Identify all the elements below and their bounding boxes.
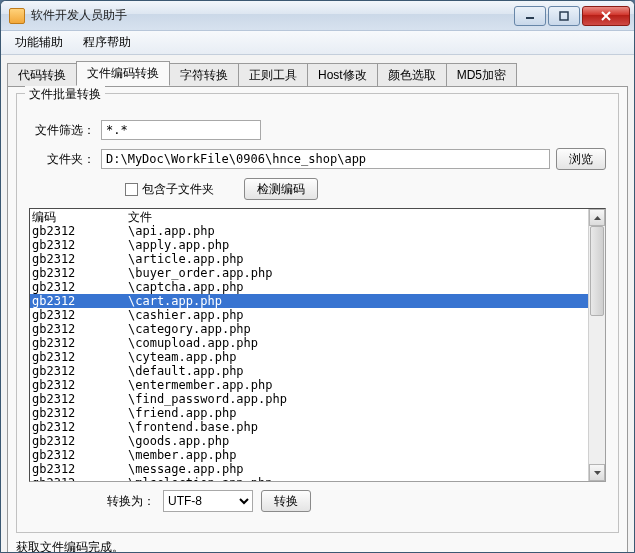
list-row[interactable]: gb2312\frontend.base.php bbox=[30, 420, 605, 434]
cell-file: \comupload.app.php bbox=[128, 336, 603, 350]
scroll-track[interactable] bbox=[589, 316, 605, 464]
tab-md5-encrypt[interactable]: MD5加密 bbox=[446, 63, 517, 87]
list-row[interactable]: gb2312\default.app.php bbox=[30, 364, 605, 378]
list-row[interactable]: gb2312\goods.app.php bbox=[30, 434, 605, 448]
cell-file: \goods.app.php bbox=[128, 434, 603, 448]
list-row[interactable]: gb2312\find_password.app.php bbox=[30, 392, 605, 406]
folder-label: 文件夹： bbox=[29, 151, 101, 168]
list-row[interactable]: gb2312\cyteam.app.php bbox=[30, 350, 605, 364]
cell-encoding: gb2312 bbox=[32, 266, 128, 280]
cell-file: \article.app.php bbox=[128, 252, 603, 266]
tab-regex-tool[interactable]: 正则工具 bbox=[238, 63, 308, 87]
tab-color-picker[interactable]: 颜色选取 bbox=[377, 63, 447, 87]
options-row: 包含子文件夹 检测编码 bbox=[125, 178, 606, 200]
cell-encoding: gb2312 bbox=[32, 280, 128, 294]
cell-encoding: gb2312 bbox=[32, 406, 128, 420]
cell-file: \entermember.app.php bbox=[128, 378, 603, 392]
convert-to-label: 转换为： bbox=[107, 493, 155, 510]
tab-char-convert[interactable]: 字符转换 bbox=[169, 63, 239, 87]
cell-file: \message.app.php bbox=[128, 462, 603, 476]
menu-function-assist[interactable]: 功能辅助 bbox=[5, 32, 73, 53]
menubar: 功能辅助 程序帮助 bbox=[1, 31, 634, 55]
cell-file: \captcha.app.php bbox=[128, 280, 603, 294]
minimize-icon bbox=[525, 11, 535, 21]
minimize-button[interactable] bbox=[514, 6, 546, 26]
cell-file: \friend.app.php bbox=[128, 406, 603, 420]
cell-encoding: gb2312 bbox=[32, 238, 128, 252]
cell-file: \buyer_order.app.php bbox=[128, 266, 603, 280]
cell-file: \find_password.app.php bbox=[128, 392, 603, 406]
folder-row: 文件夹： 浏览 bbox=[29, 148, 606, 170]
tab-file-encoding-convert[interactable]: 文件编码转换 bbox=[76, 61, 170, 86]
detect-encoding-button[interactable]: 检测编码 bbox=[244, 178, 318, 200]
maximize-button[interactable] bbox=[548, 6, 580, 26]
list-row[interactable]: gb2312\comupload.app.php bbox=[30, 336, 605, 350]
cell-encoding: gb2312 bbox=[32, 392, 128, 406]
cell-file: \cart.app.php bbox=[128, 294, 603, 308]
chevron-down-icon bbox=[594, 471, 601, 475]
app-icon bbox=[9, 8, 25, 24]
tab-code-convert[interactable]: 代码转换 bbox=[7, 63, 77, 87]
tab-content: 文件批量转换 文件筛选： 文件夹： 浏览 包含子文件夹 检测编码 bbox=[7, 86, 628, 553]
cell-file: \mlselection.app.php bbox=[128, 476, 603, 482]
window-buttons bbox=[512, 6, 630, 26]
target-encoding-select[interactable]: UTF-8 bbox=[163, 490, 253, 512]
list-row[interactable]: gb2312\api.app.php bbox=[30, 224, 605, 238]
group-legend: 文件批量转换 bbox=[25, 86, 105, 103]
scrollbar-vertical[interactable] bbox=[588, 209, 605, 481]
list-row[interactable]: gb2312\article.app.php bbox=[30, 252, 605, 266]
list-row[interactable]: gb2312\friend.app.php bbox=[30, 406, 605, 420]
checkbox-icon bbox=[125, 183, 138, 196]
filter-input[interactable] bbox=[101, 120, 261, 140]
cell-encoding: gb2312 bbox=[32, 252, 128, 266]
col-file: 文件 bbox=[128, 210, 603, 224]
list-row[interactable]: gb2312\buyer_order.app.php bbox=[30, 266, 605, 280]
window-title: 软件开发人员助手 bbox=[31, 7, 512, 24]
list-header: 编码 文件 bbox=[30, 210, 605, 224]
list-row[interactable]: gb2312\cart.app.php bbox=[30, 294, 605, 308]
cell-encoding: gb2312 bbox=[32, 434, 128, 448]
browse-button[interactable]: 浏览 bbox=[556, 148, 606, 170]
cell-file: \cyteam.app.php bbox=[128, 350, 603, 364]
list-row[interactable]: gb2312\cashier.app.php bbox=[30, 308, 605, 322]
cell-encoding: gb2312 bbox=[32, 224, 128, 238]
scroll-up-button[interactable] bbox=[589, 209, 605, 226]
scroll-down-button[interactable] bbox=[589, 464, 605, 481]
list-row[interactable]: gb2312\apply.app.php bbox=[30, 238, 605, 252]
svg-marker-5 bbox=[594, 471, 601, 475]
include-subfolders-checkbox[interactable]: 包含子文件夹 bbox=[125, 181, 214, 198]
maximize-icon bbox=[559, 11, 569, 21]
cell-encoding: gb2312 bbox=[32, 308, 128, 322]
cell-file: \member.app.php bbox=[128, 448, 603, 462]
titlebar[interactable]: 软件开发人员助手 bbox=[1, 1, 634, 31]
chevron-up-icon bbox=[594, 216, 601, 220]
list-row[interactable]: gb2312\category.app.php bbox=[30, 322, 605, 336]
list-row[interactable]: gb2312\message.app.php bbox=[30, 462, 605, 476]
cell-file: \apply.app.php bbox=[128, 238, 603, 252]
col-encoding: 编码 bbox=[32, 210, 128, 224]
batch-convert-group: 文件批量转换 文件筛选： 文件夹： 浏览 包含子文件夹 检测编码 bbox=[16, 93, 619, 533]
convert-row: 转换为： UTF-8 转换 bbox=[107, 490, 606, 512]
scroll-thumb[interactable] bbox=[590, 226, 604, 316]
cell-encoding: gb2312 bbox=[32, 294, 128, 308]
include-subfolders-label: 包含子文件夹 bbox=[142, 182, 214, 196]
file-listbox[interactable]: 编码 文件 gb2312\api.app.phpgb2312\apply.app… bbox=[29, 208, 606, 482]
list-row[interactable]: gb2312\entermember.app.php bbox=[30, 378, 605, 392]
tab-host-edit[interactable]: Host修改 bbox=[307, 63, 378, 87]
app-window: 软件开发人员助手 功能辅助 程序帮助 代码转换 文件编码转换 字符转换 正则工具… bbox=[0, 0, 635, 553]
status-text: 获取文件编码完成。 bbox=[16, 539, 619, 553]
list-row[interactable]: gb2312\mlselection.app.php bbox=[30, 476, 605, 482]
list-row[interactable]: gb2312\captcha.app.php bbox=[30, 280, 605, 294]
list-row[interactable]: gb2312\member.app.php bbox=[30, 448, 605, 462]
close-button[interactable] bbox=[582, 6, 630, 26]
cell-encoding: gb2312 bbox=[32, 420, 128, 434]
close-icon bbox=[600, 11, 612, 21]
filter-row: 文件筛选： bbox=[29, 120, 606, 140]
svg-rect-1 bbox=[560, 12, 568, 20]
menu-program-help[interactable]: 程序帮助 bbox=[73, 32, 141, 53]
cell-encoding: gb2312 bbox=[32, 462, 128, 476]
folder-input[interactable] bbox=[101, 149, 550, 169]
cell-file: \api.app.php bbox=[128, 224, 603, 238]
cell-encoding: gb2312 bbox=[32, 378, 128, 392]
convert-button[interactable]: 转换 bbox=[261, 490, 311, 512]
